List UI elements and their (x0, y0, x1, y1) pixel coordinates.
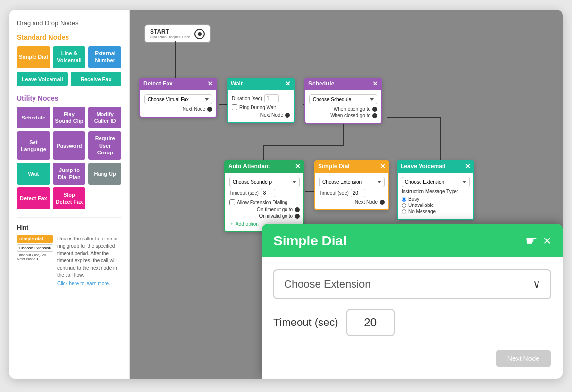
auto-attendant-allow-checkbox[interactable] (229, 199, 235, 205)
wait-ring-label: Ring During Wait (239, 105, 276, 110)
node-schedule[interactable]: Schedule (17, 107, 50, 129)
utility-nodes-grid: Schedule Play Sound Clip Modify Caller I… (17, 107, 121, 209)
node-receive-fax[interactable]: Receive Fax (71, 72, 122, 86)
sidebar-title: Drag and Drop Nodes (17, 19, 121, 27)
wait-duration-row: Duration (sec) (232, 94, 290, 102)
canvas-area: START Dial Plan Begins Here Det (130, 10, 563, 379)
auto-attendant-allow-row: Allow Extension Dialing (229, 199, 300, 205)
hint-link[interactable]: Click here to learn more. (57, 281, 121, 286)
schedule-close[interactable]: ✕ (372, 80, 378, 87)
simple-dial-canvas-timeout-row: Timeout (sec) (319, 189, 385, 197)
popup-close-btn[interactable]: × (543, 234, 551, 248)
auto-attendant-body: Choose Soundclip Timeout (sec) Allow Ext… (224, 172, 304, 232)
wait-duration-input[interactable] (264, 94, 279, 102)
node-leave-voicemail[interactable]: Leave Voicemail (17, 72, 68, 86)
start-dot (198, 32, 202, 36)
popup-header: Simple Dial ☛ × (262, 224, 563, 257)
auto-attendant-timeout-conn-label: On timeout go to (257, 207, 293, 212)
leave-vm-unavailable-label: Unavailable (408, 203, 434, 208)
leave-vm-body: Choose Extension Instruction Message Typ… (397, 172, 474, 220)
leave-vm-busy-radio[interactable] (402, 197, 406, 202)
leave-vm-nomessage-label: No Message (408, 209, 436, 214)
add-option-label: Add option (236, 222, 259, 227)
detect-fax-select[interactable]: Choose Virtual Fax (144, 94, 212, 104)
auto-attendant-node: Auto Attendant ✕ Choose Soundclip Timeou… (224, 160, 304, 232)
popup-body: Choose Extension ∨ Timeout (sec) Next No… (262, 257, 563, 379)
simple-dial-canvas-title: Simple Dial (318, 163, 350, 170)
auto-attendant-on-invalid: On invalid go to (229, 213, 300, 219)
detect-fax-close[interactable]: ✕ (207, 80, 213, 87)
detect-fax-header: Detect Fax ✕ (139, 78, 217, 89)
auto-attendant-close[interactable]: ✕ (295, 163, 301, 170)
simple-dial-canvas-close[interactable]: ✕ (380, 163, 386, 170)
auto-attendant-timeout-input[interactable] (261, 189, 275, 197)
node-jump-dial[interactable]: Jump to Dial Plan (53, 163, 86, 185)
start-sub: Dial Plan Begins Here (150, 35, 190, 39)
simple-dial-canvas-dot (380, 200, 385, 205)
start-node: START Dial Plan Begins Here (144, 24, 211, 43)
leave-vm-instruction-label: Instruction Message Type: (402, 189, 470, 194)
wait-close[interactable]: ✕ (285, 80, 291, 87)
leave-vm-header: Leave Voicemail ✕ (397, 160, 474, 172)
node-wait[interactable]: Wait (17, 163, 50, 185)
simple-dial-canvas-next-label: Next Node (355, 199, 378, 205)
wait-next-label: Next Node (260, 112, 283, 118)
popup-timeout-input[interactable] (346, 309, 395, 336)
leave-vm-nomessage-row: No Message (402, 209, 470, 214)
wait-ring-row: Ring During Wait (232, 104, 290, 110)
node-play-sound[interactable]: Play Sound Clip (53, 107, 86, 129)
detect-fax-next: Next Node (144, 106, 212, 112)
start-label: START (150, 28, 190, 35)
hint-node-field: Timeout (sec) 20 (17, 253, 53, 257)
node-password[interactable]: Password (53, 131, 86, 160)
wait-body: Duration (sec) Ring During Wait Next Nod… (227, 89, 295, 123)
wait-title: Wait (231, 80, 243, 87)
auto-attendant-timeout-label: Timeout (sec) (229, 190, 259, 196)
detect-fax-title: Detect Fax (143, 80, 173, 87)
node-detect-fax[interactable]: Detect Fax (17, 187, 50, 209)
leave-vm-unavailable-radio[interactable] (402, 203, 406, 208)
popup-title: Simple Dial (273, 233, 347, 249)
node-modify-caller[interactable]: Modify Caller ID (88, 107, 121, 129)
popup-next-button[interactable]: Next Node (496, 350, 551, 367)
simple-dial-canvas-timeout-label: Timeout (sec) (319, 190, 349, 196)
leave-voicemail-canvas-node: Leave Voicemail ✕ Choose Extension Instr… (397, 160, 474, 220)
hint-node-next: Next Node ● (17, 257, 53, 261)
cursor-icon: ☛ (525, 233, 538, 249)
schedule-select[interactable]: Choose Schedule (309, 94, 377, 104)
schedule-header: Schedule ✕ (304, 78, 382, 89)
simple-dial-canvas-select[interactable]: Choose Extension (319, 177, 385, 187)
detect-fax-body: Choose Virtual Fax Next Node (139, 89, 217, 118)
node-require-user[interactable]: Require User Group (88, 131, 121, 160)
node-stop-detect[interactable]: Stop Detect Fax (53, 187, 86, 209)
node-set-language[interactable]: Set Language (17, 131, 50, 160)
simple-dial-canvas-next: Next Node (319, 199, 385, 205)
simple-dial-canvas-header: Simple Dial ✕ (314, 160, 389, 172)
leave-vm-nomessage-radio[interactable] (402, 209, 406, 214)
wait-ring-checkbox[interactable] (232, 104, 237, 110)
node-external-number[interactable]: External Number (88, 46, 121, 68)
standard-nodes-grid: Simple Dial Line & Voicemail External Nu… (17, 46, 121, 68)
standard-nodes-title: Standard Nodes (17, 34, 121, 41)
auto-attendant-sound-select[interactable]: Choose Soundclip (229, 177, 300, 187)
hint-title: Hint (17, 224, 121, 231)
node-line-voicemail[interactable]: Line & Voicemail (53, 46, 86, 68)
simple-dial-canvas-timeout-input[interactable] (351, 189, 365, 197)
node-hang-up[interactable]: Hang Up (88, 163, 121, 185)
leave-vm-select[interactable]: Choose Extension (402, 177, 470, 187)
utility-nodes-title: Utility Nodes (17, 94, 121, 102)
auto-attendant-allow-label: Allow Extension Dialing (237, 200, 287, 205)
schedule-open-label: When open go to (334, 106, 370, 112)
leave-vm-close[interactable]: ✕ (465, 163, 471, 170)
popup-extension-select[interactable]: Choose Extension ∨ (273, 269, 551, 299)
leave-vm-title: Leave Voicemail (401, 163, 446, 170)
schedule-node: Schedule ✕ Choose Schedule When open go … (304, 78, 382, 124)
popup-select-arrow-icon: ∨ (533, 278, 540, 290)
wait-header: Wait ✕ (227, 78, 295, 89)
wait-next: Next Node (232, 112, 290, 118)
hint-content: Simple Dial Choose Extension Timeout (se… (17, 235, 121, 286)
hint-description: Routes the caller to a line or ring grou… (57, 235, 121, 279)
schedule-open-dot (372, 107, 377, 112)
node-simple-dial[interactable]: Simple Dial (17, 46, 50, 68)
leave-vm-busy-row: Busy (402, 196, 470, 202)
